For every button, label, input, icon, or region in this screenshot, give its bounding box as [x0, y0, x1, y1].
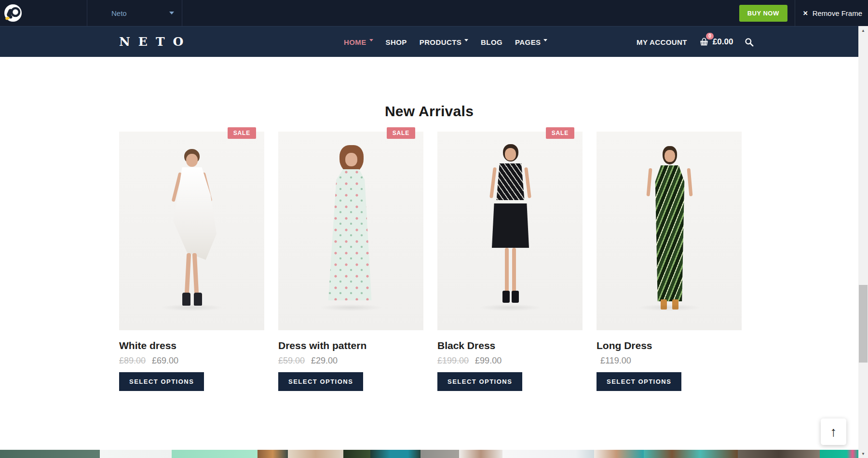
old-price: £89.00 [119, 356, 146, 365]
select-options-button[interactable]: SELECT OPTIONS [437, 372, 522, 391]
buy-now-button[interactable]: BUY NOW [739, 5, 787, 22]
instagram-thumbnail[interactable] [172, 450, 258, 458]
scroll-to-top-button[interactable]: ↑ [821, 418, 846, 445]
remove-frame-label: Remove Frame [813, 9, 862, 17]
arrow-up-icon: ↑ [830, 424, 837, 440]
search-button[interactable] [745, 38, 754, 47]
scrollbar-down-arrow[interactable]: ▼ [858, 449, 868, 458]
instagram-thumbnail[interactable] [820, 450, 858, 458]
instagram-thumbnail[interactable] [738, 450, 820, 458]
product-title[interactable]: Long Dress [597, 340, 742, 351]
product-title[interactable]: Black Dress [437, 340, 583, 351]
product-card: SALE Long Dress £119.00 SELECT OPTIONS [597, 132, 742, 391]
frame-topbar: Neto BUY NOW ✕ Remove Frame [0, 0, 868, 26]
frame-topbar-right: BUY NOW ✕ Remove Frame [739, 0, 868, 26]
old-price: £199.00 [437, 356, 469, 365]
my-account-link[interactable]: MY ACCOUNT [637, 38, 687, 46]
long-dress-photo [597, 132, 742, 330]
sale-badge: SALE [546, 127, 574, 139]
product-prices: £59.00 £29.00 [278, 356, 423, 366]
current-price: £99.00 [475, 356, 502, 365]
cart-widget[interactable]: 0 £0.00 [699, 37, 733, 47]
sale-badge: SALE [387, 127, 415, 139]
instagram-thumbnail[interactable] [0, 450, 100, 458]
instagram-thumbnail[interactable] [258, 450, 288, 458]
scrollbar-up-arrow[interactable]: ▲ [858, 26, 868, 35]
menu-item-pages[interactable]: PAGES [509, 38, 554, 46]
current-price: £29.00 [311, 356, 338, 365]
product-prices: £119.00 [597, 356, 742, 366]
instagram-thumbnail[interactable] [370, 450, 420, 458]
site-logo[interactable]: NETO [119, 27, 191, 57]
search-icon [745, 38, 754, 47]
theme-selector-dropdown[interactable]: Neto [87, 0, 182, 26]
product-photo[interactable]: SALE [437, 132, 583, 330]
scrollbar-thumb[interactable] [859, 285, 868, 363]
instagram-thumbnail[interactable] [343, 450, 370, 458]
product-title[interactable]: White dress [119, 340, 264, 351]
select-options-button[interactable]: SELECT OPTIONS [597, 372, 681, 391]
pattern-dress-photo [278, 132, 423, 330]
instagram-thumbnail[interactable] [288, 450, 343, 458]
current-price: £69.00 [152, 356, 178, 365]
menu-item-products[interactable]: PRODUCTS [413, 38, 475, 46]
product-card: SALE White dress £89.00 £69.00 SELECT OP… [119, 132, 264, 391]
select-options-button[interactable]: SELECT OPTIONS [278, 372, 363, 391]
current-price: £119.00 [600, 356, 631, 365]
product-prices: £89.00 £69.00 [119, 356, 264, 366]
templatemonster-logo[interactable] [4, 4, 22, 22]
sale-badge: SALE [228, 127, 256, 139]
page-scrollbar[interactable]: ▲ ▼ [858, 26, 868, 458]
menu-item-home[interactable]: HOME [338, 38, 380, 46]
product-card: SALE Black Dress £199.00 £99.00 SELECT O… [437, 132, 583, 391]
theme-selector-value: Neto [111, 9, 127, 17]
main-menu: HOME SHOP PRODUCTS BLOG PAGES [338, 27, 554, 57]
chevron-down-icon [464, 39, 468, 41]
instagram-thumbnail[interactable] [594, 450, 644, 458]
product-title[interactable]: Dress with pattern [278, 340, 423, 351]
instagram-thumbnail[interactable] [420, 450, 459, 458]
navbar-right: MY ACCOUNT 0 £0.00 [637, 27, 754, 57]
chevron-down-icon [169, 12, 174, 14]
storefront-page: NETO HOME SHOP PRODUCTS BLOG PAGES MY AC… [0, 26, 868, 458]
old-price: £59.00 [278, 356, 305, 365]
product-photo[interactable]: SALE [119, 132, 264, 330]
site-navbar: NETO HOME SHOP PRODUCTS BLOG PAGES MY AC… [0, 26, 858, 57]
close-icon: ✕ [803, 10, 808, 17]
cart-total: £0.00 [713, 37, 733, 47]
product-photo[interactable]: SALE [278, 132, 423, 330]
product-photo[interactable]: SALE [597, 132, 742, 330]
monster-logo-icon [4, 4, 22, 22]
page-title: New Arrivals [0, 103, 858, 120]
new-arrivals-grid: SALE White dress £89.00 £69.00 SELECT OP… [119, 132, 742, 391]
menu-item-blog[interactable]: BLOG [475, 38, 509, 46]
chevron-down-icon [543, 39, 547, 41]
instagram-feed-strip [0, 450, 858, 458]
menu-item-shop[interactable]: SHOP [380, 38, 413, 46]
select-options-button[interactable]: SELECT OPTIONS [119, 372, 204, 391]
product-card: SALE Dress with pattern £59.00 £29.00 SE… [278, 132, 423, 391]
remove-frame-button[interactable]: ✕ Remove Frame [795, 9, 868, 17]
cart-count-badge: 0 [706, 33, 714, 40]
white-dress-photo [119, 132, 264, 330]
product-prices: £199.00 £99.00 [437, 356, 583, 366]
instagram-thumbnail[interactable] [459, 450, 502, 458]
instagram-thumbnail[interactable] [644, 450, 738, 458]
instagram-thumbnail[interactable] [502, 450, 594, 458]
black-dress-photo [437, 132, 583, 330]
instagram-thumbnail[interactable] [100, 450, 172, 458]
chevron-down-icon [369, 39, 373, 41]
